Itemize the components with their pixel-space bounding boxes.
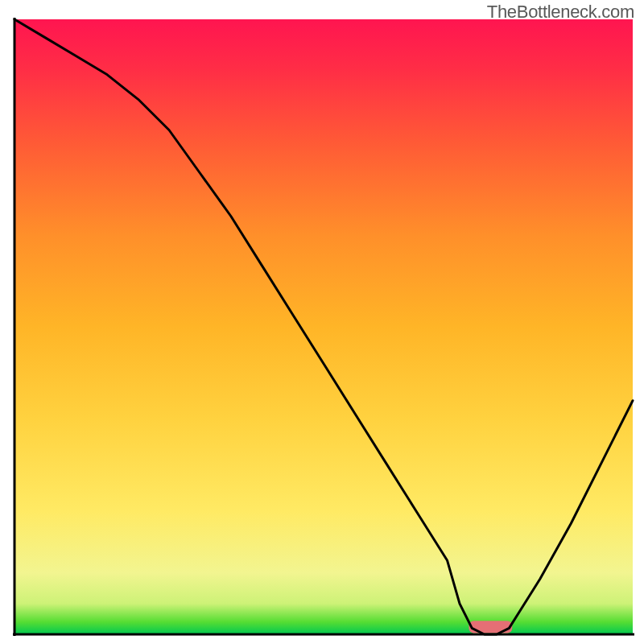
gradient-background	[14, 19, 633, 634]
watermark-text: TheBottleneck.com	[487, 2, 634, 23]
optimal-marker	[469, 621, 512, 633]
bottleneck-chart: TheBottleneck.com	[0, 0, 644, 644]
plot-svg	[0, 0, 644, 644]
